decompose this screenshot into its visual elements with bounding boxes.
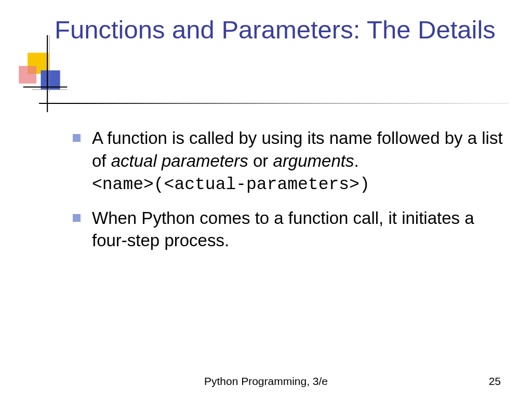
svg-rect-0: [28, 53, 49, 74]
title-underline: [39, 103, 509, 104]
emphasis-text: actual parameters: [111, 151, 248, 170]
bullet-square-icon: [73, 214, 81, 222]
bullet-text: When Python comes to a function call, it…: [92, 207, 509, 252]
svg-rect-1: [41, 70, 60, 89]
bullet-item: When Python comes to a function call, it…: [73, 207, 509, 252]
slide-title: Functions and Parameters: The Details: [55, 15, 496, 46]
content-area: A function is called by using its name f…: [73, 127, 509, 262]
bullet-text: A function is called by using its name f…: [92, 127, 509, 196]
bullet-item: A function is called by using its name f…: [73, 127, 509, 196]
bullet-square-icon: [73, 134, 81, 142]
footer-text: Python Programming, 3/e: [0, 375, 532, 388]
svg-rect-2: [19, 66, 36, 84]
code-text: <name>(<actual-parameters>): [92, 175, 370, 194]
emphasis-text: arguments: [273, 151, 354, 170]
slide: Functions and Parameters: The Details A …: [0, 0, 532, 399]
text-run: or: [248, 151, 273, 170]
page-number: 25: [489, 375, 501, 388]
text-run: .: [354, 151, 358, 170]
